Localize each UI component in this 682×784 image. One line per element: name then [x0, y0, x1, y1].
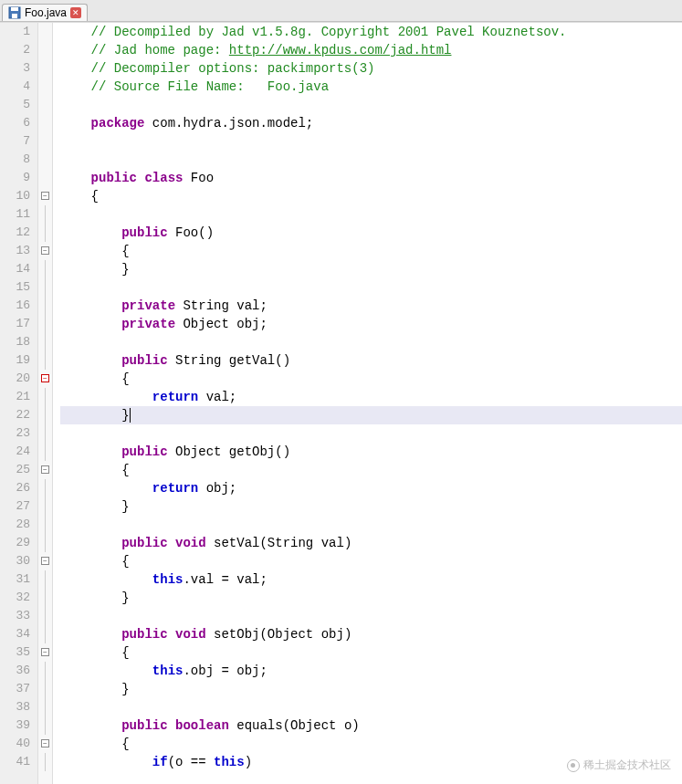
code-line[interactable]: return obj; [60, 479, 682, 497]
line-number: 11 [0, 205, 30, 224]
code-area[interactable]: // Decompiled by Jad v1.5.8g. Copyright … [53, 23, 682, 784]
code-line[interactable] [60, 698, 682, 716]
code-token: } [60, 591, 130, 605]
code-line[interactable] [60, 607, 682, 625]
code-token: private [121, 317, 175, 331]
code-token: } [60, 408, 130, 423]
code-token: // Decompiler options: packimports(3) [91, 61, 383, 76]
code-line[interactable]: this.obj = obj; [60, 662, 682, 680]
code-line[interactable]: private String val; [60, 297, 682, 315]
code-token: // Jad home page: [91, 43, 229, 57]
fold-cell [38, 41, 52, 59]
line-number: 32 [0, 589, 30, 607]
code-line[interactable]: { [60, 735, 682, 753]
code-line[interactable]: { [60, 242, 682, 260]
code-token [168, 536, 175, 550]
watermark-text: 稀土掘金技术社区 [583, 758, 671, 773]
code-line[interactable]: package com.hydra.json.model; [60, 114, 682, 132]
fold-cell [38, 260, 52, 278]
line-number: 6 [0, 114, 30, 132]
code-line[interactable]: } [60, 497, 682, 516]
code-token: String getVal() [168, 353, 290, 368]
fold-toggle-icon[interactable]: − [41, 648, 49, 656]
code-line[interactable]: public boolean equals(Object o) [60, 716, 682, 735]
fold-cell [38, 388, 52, 406]
code-token [60, 298, 121, 313]
code-line[interactable] [60, 132, 682, 151]
code-token [60, 390, 152, 404]
code-line[interactable]: { [60, 370, 682, 388]
code-line[interactable]: { [60, 187, 682, 205]
code-line[interactable]: return val; [60, 388, 682, 406]
code-line[interactable]: } [60, 589, 682, 607]
code-line[interactable]: // Source File Name: Foo.java [60, 78, 682, 96]
code-token: .obj = obj; [183, 664, 267, 678]
code-line[interactable]: public Object getObj() [60, 443, 682, 461]
code-line[interactable] [60, 151, 682, 169]
code-token: } [60, 262, 130, 277]
close-icon[interactable]: ✕ [70, 7, 81, 18]
code-line[interactable]: this.val = val; [60, 570, 682, 589]
fold-toggle-icon[interactable]: − [41, 374, 49, 382]
code-line[interactable] [60, 516, 682, 534]
fold-toggle-icon[interactable]: − [41, 739, 49, 747]
code-token: void [175, 536, 206, 550]
code-token: if [152, 755, 168, 769]
line-number: 31 [0, 570, 30, 589]
code-line[interactable]: public Foo() [60, 224, 682, 242]
code-line[interactable]: public void setObj(Object obj) [60, 625, 682, 643]
code-token [60, 353, 121, 368]
line-number: 35 [0, 643, 30, 662]
fold-toggle-icon[interactable]: − [41, 557, 49, 565]
fold-cell [38, 662, 52, 680]
code-line[interactable]: public class Foo [60, 169, 682, 187]
code-line[interactable]: } [60, 260, 682, 278]
fold-cell [38, 351, 52, 370]
code-token: package [91, 116, 145, 131]
code-line[interactable]: } [60, 680, 682, 698]
line-number: 21 [0, 388, 30, 406]
code-token: val; [198, 390, 236, 404]
code-token: } [60, 499, 130, 514]
code-token: private [121, 298, 175, 313]
code-line[interactable] [60, 333, 682, 351]
code-line[interactable]: public void setVal(String val) [60, 534, 682, 552]
fold-cell [38, 333, 52, 351]
file-tab[interactable]: Foo.java ✕ [2, 4, 88, 21]
code-token: Foo() [168, 225, 214, 240]
code-token: ) [245, 755, 252, 769]
line-number-gutter: 1234567891011121314151617181920212223242… [0, 23, 38, 784]
line-number: 12 [0, 224, 30, 242]
code-line[interactable] [60, 205, 682, 224]
code-line[interactable] [60, 96, 682, 114]
code-line[interactable]: public String getVal() [60, 351, 682, 370]
code-token: public [91, 171, 137, 185]
code-line[interactable]: // Decompiler options: packimports(3) [60, 59, 682, 78]
tab-bar: Foo.java ✕ [0, 0, 682, 22]
code-line[interactable] [60, 278, 682, 297]
line-number: 38 [0, 698, 30, 716]
code-line[interactable] [60, 424, 682, 443]
code-token [60, 43, 91, 57]
code-token [60, 481, 152, 496]
line-number: 5 [0, 96, 30, 114]
code-line[interactable]: { [60, 643, 682, 662]
code-line[interactable]: } [60, 406, 682, 424]
code-token [60, 664, 152, 678]
fold-toggle-icon[interactable]: − [41, 246, 49, 255]
code-line[interactable]: private Object obj; [60, 315, 682, 333]
fold-toggle-icon[interactable]: − [41, 192, 49, 200]
code-token: obj; [198, 481, 236, 496]
fold-toggle-icon[interactable]: − [41, 465, 49, 474]
code-token: { [60, 244, 130, 258]
code-line[interactable]: // Jad home page: http://www.kpdus.com/j… [60, 41, 682, 59]
line-number: 25 [0, 461, 30, 479]
code-line[interactable]: { [60, 461, 682, 479]
line-number: 23 [0, 424, 30, 443]
code-token: { [60, 554, 130, 569]
fold-cell [38, 297, 52, 315]
code-line[interactable]: { [60, 552, 682, 570]
code-token: { [60, 463, 130, 477]
code-line[interactable]: // Decompiled by Jad v1.5.8g. Copyright … [60, 23, 682, 41]
line-number: 39 [0, 716, 30, 735]
